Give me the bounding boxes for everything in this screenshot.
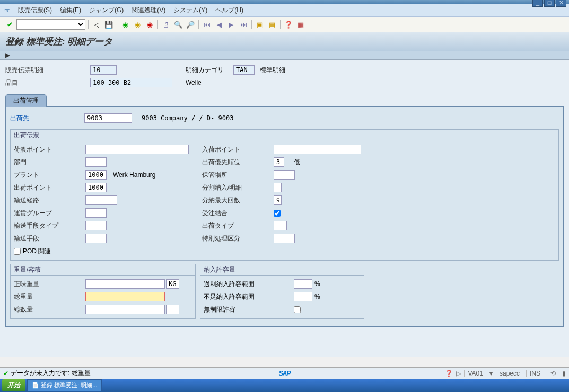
status-mode: INS <box>526 370 544 377</box>
department-label: 部門 <box>14 158 85 167</box>
menu-logo-icon: ☞ <box>4 7 10 14</box>
pod-checkbox[interactable] <box>14 248 21 255</box>
ship-type-label: 出荷タイプ <box>202 221 274 230</box>
enter-icon[interactable]: ✔ <box>4 19 15 30</box>
prev-page-icon[interactable]: ◀ <box>214 19 224 30</box>
order-comb-checkbox[interactable] <box>274 210 281 217</box>
help-status-icon[interactable]: ❓ <box>445 370 453 377</box>
ship-to-value[interactable] <box>84 113 132 123</box>
del-point-input[interactable] <box>85 183 107 192</box>
plant-text: Werk Hamburg <box>113 171 155 179</box>
maxcount-input[interactable] <box>274 195 282 205</box>
status-system: sapecc <box>496 370 523 377</box>
find-next-icon[interactable]: 🔎 <box>185 19 196 30</box>
qty-input[interactable] <box>85 305 165 314</box>
maximize-button[interactable]: □ <box>544 0 555 7</box>
menu-help[interactable]: ヘルプ(H) <box>215 6 243 15</box>
net-weight-uom[interactable] <box>166 279 179 289</box>
route-input[interactable] <box>85 195 117 205</box>
menu-sales-doc[interactable]: 販売伝票(S) <box>18 6 52 15</box>
new-session-icon[interactable]: ▣ <box>255 19 265 30</box>
close-button[interactable]: ✕ <box>556 0 566 7</box>
over-pct: % <box>314 280 320 288</box>
receive-point-input[interactable] <box>274 145 361 154</box>
priority-text: 低 <box>294 158 300 167</box>
pod-label: POD 関連 <box>23 247 51 256</box>
command-field[interactable] <box>16 19 85 30</box>
category-value <box>233 65 255 75</box>
save-icon[interactable]: 💾 <box>103 19 114 30</box>
category-text: 標準明細 <box>260 66 285 75</box>
route-label: 輸送経路 <box>14 196 85 205</box>
priority-label: 出荷優先順位 <box>202 158 274 167</box>
partial-input[interactable] <box>274 183 282 192</box>
start-button[interactable]: 开始 <box>2 379 25 391</box>
find-icon[interactable]: 🔍 <box>173 19 183 30</box>
first-page-icon[interactable]: ⏮ <box>202 19 212 30</box>
tab-shipping[interactable]: 出荷管理 <box>5 94 47 107</box>
cancel-icon[interactable]: ◉ <box>144 19 155 30</box>
trans-means-input[interactable] <box>85 234 107 243</box>
group-weight-title: 重量/容積 <box>11 264 195 276</box>
special-input[interactable] <box>274 234 295 243</box>
item-value <box>90 65 117 75</box>
shipping-point-input[interactable] <box>85 145 189 154</box>
storage-input[interactable] <box>274 170 295 180</box>
maxcount-label: 分納最大回数 <box>202 196 274 205</box>
gross-weight-input[interactable] <box>85 292 165 301</box>
status-abort-icon[interactable]: ▮ <box>562 370 566 377</box>
ship-to-label[interactable]: 出荷先 <box>10 114 84 123</box>
trans-type-input[interactable] <box>85 221 107 230</box>
under-tol-input[interactable] <box>294 292 312 301</box>
priority-input[interactable] <box>274 157 284 167</box>
trans-means-label: 輸送手段 <box>14 234 85 243</box>
material-label: 品目 <box>5 78 90 87</box>
statusbar: ✔ データが未入力です: 総重量 SAP ❓ ▷ VA01 ▾ sapecc I… <box>0 367 569 379</box>
group-tolerance: 納入許容量 過剰納入許容範囲% 不足納入許容範囲% 無制限許容 <box>200 264 364 319</box>
plant-input[interactable] <box>85 170 107 180</box>
shipping-point-label: 荷渡ポイント <box>14 145 85 154</box>
back-icon[interactable]: ◁ <box>91 19 102 30</box>
status-tcode: VA01 <box>464 370 486 377</box>
group-tolerance-title: 納入許容量 <box>200 264 364 276</box>
menu-extras[interactable]: 関連処理(V) <box>132 6 165 15</box>
del-point-label: 出荷ポイント <box>14 183 85 192</box>
task-sap[interactable]: 📄 登録 標準受注: 明細... <box>27 379 102 391</box>
under-pct: % <box>314 293 320 300</box>
gross-weight-label: 総重量 <box>14 292 85 301</box>
over-tol-label: 過剰納入許容範囲 <box>204 280 294 289</box>
net-weight-input[interactable] <box>85 279 165 289</box>
over-tol-input[interactable] <box>294 279 312 289</box>
menu-system[interactable]: システム(Y) <box>173 6 207 15</box>
menu-goto[interactable]: ジャンプ(G) <box>89 6 124 15</box>
group-weight: 重量/容積 正味重量 総重量 総数量 <box>10 264 196 319</box>
minimize-button[interactable]: _ <box>532 0 543 7</box>
receive-point-label: 入荷ポイント <box>202 145 274 154</box>
tab-panel: 出荷先 9003 Company / / D- 9003 出荷伝票 荷渡ポイント… <box>5 106 564 327</box>
status-script-icon[interactable]: ⟲ <box>547 370 559 377</box>
freight-group-input[interactable] <box>85 208 107 218</box>
status-arrow-icon[interactable]: ▷ <box>456 370 461 377</box>
next-page-icon[interactable]: ▶ <box>226 19 237 30</box>
trans-type-label: 輸送手段タイプ <box>14 221 85 230</box>
order-comb-label: 受注結合 <box>202 209 274 218</box>
unlimited-checkbox[interactable] <box>294 306 301 313</box>
last-page-icon[interactable]: ⏭ <box>238 19 249 30</box>
shortcut-icon[interactable]: ▤ <box>267 19 277 30</box>
help-icon[interactable]: ❓ <box>283 19 294 30</box>
status-warn-icon: ✔ <box>3 370 8 377</box>
print-icon[interactable]: 🖨 <box>161 19 171 30</box>
layout-icon[interactable]: ▦ <box>295 19 306 30</box>
special-label: 特別処理区分 <box>202 234 274 243</box>
menu-edit[interactable]: 編集(E) <box>60 6 81 15</box>
department-input[interactable] <box>85 157 107 167</box>
ship-type-input[interactable] <box>274 221 287 230</box>
back2-icon[interactable]: ◉ <box>120 19 130 30</box>
exit-icon[interactable]: ◉ <box>132 19 143 30</box>
plant-label: プラント <box>14 171 85 180</box>
toolbar: ✔ ◁ 💾 ◉ ◉ ◉ 🖨 🔍 🔎 ⏮ ◀ ▶ ⏭ ▣ ▤ ❓ ▦ <box>0 17 569 32</box>
net-weight-label: 正味重量 <box>14 280 85 289</box>
qty-uom[interactable] <box>166 305 179 314</box>
group-ship-doc-title: 出荷伝票 <box>11 130 558 141</box>
page-title: 登録 標準受注: 明細データ <box>0 32 569 51</box>
